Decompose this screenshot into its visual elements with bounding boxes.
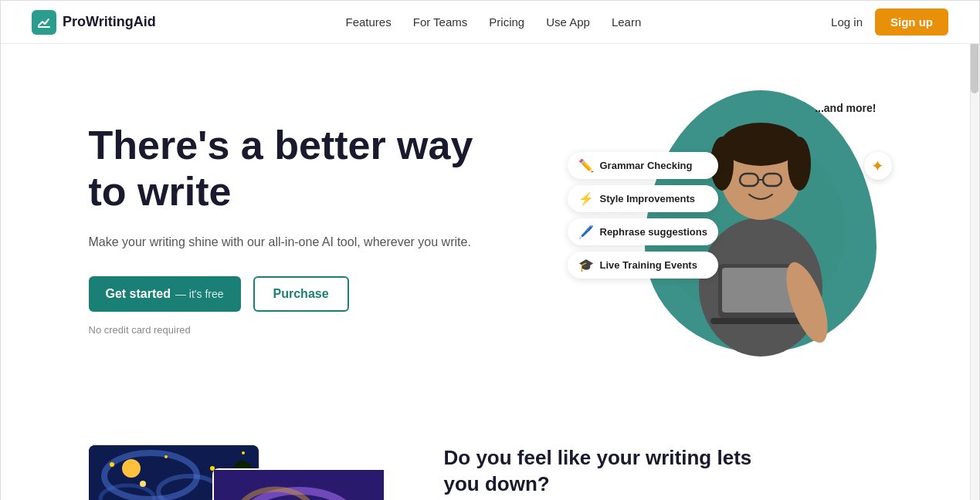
feature-card-rephrase-label: Rephrase suggestions: [600, 226, 707, 238]
navbar: ProWritingAid Features For Teams Pricing…: [1, 1, 979, 44]
svg-point-18: [164, 455, 168, 458]
hero-illustration: ✏️ Grammar Checking ⚡ Style Improvements…: [568, 90, 892, 368]
navbar-links: Features For Teams Pricing Use App Learn: [346, 15, 642, 29]
logo-icon: [32, 10, 56, 35]
purchase-button[interactable]: Purchase: [253, 276, 349, 312]
nav-learn[interactable]: Learn: [612, 15, 641, 29]
style-icon: ⚡: [578, 191, 594, 206]
nav-pricing[interactable]: Pricing: [489, 15, 524, 29]
lower-section: My idea in my head Do you feel like your…: [27, 414, 954, 500]
svg-point-21: [140, 481, 146, 487]
nav-use-app[interactable]: Use App: [546, 15, 590, 29]
plus-icon: ✦: [871, 157, 884, 175]
hero-subtitle: Make your writing shine with our all-in-…: [89, 232, 490, 252]
feature-card-style-label: Style Improvements: [600, 193, 696, 204]
svg-point-5: [788, 137, 811, 191]
logo-text: ProWritingAid: [63, 14, 156, 30]
logo-link[interactable]: ProWritingAid: [32, 10, 156, 35]
lower-title: Do you feel like your writing lets you d…: [444, 445, 753, 498]
svg-rect-0: [38, 26, 50, 28]
svg-rect-11: [710, 318, 811, 324]
hero-buttons: Get started — it's free Purchase: [89, 276, 490, 312]
feature-cards: ✏️ Grammar Checking ⚡ Style Improvements…: [568, 152, 718, 279]
feature-card-grammar-label: Grammar Checking: [600, 160, 693, 171]
get-started-label: Get started: [106, 287, 171, 301]
grammar-icon: ✏️: [578, 158, 594, 173]
rephrase-icon: 🖊️: [578, 225, 594, 239]
scrollbar-track[interactable]: [970, 1, 979, 500]
hero-section: There's a better way to write Make your …: [27, 44, 954, 414]
hero-left: There's a better way to write Make your …: [89, 123, 490, 336]
navbar-actions: Log in Sign up: [831, 8, 948, 35]
page-wrapper: ProWritingAid Features For Teams Pricing…: [0, 0, 980, 500]
feature-card-grammar: ✏️ Grammar Checking: [568, 152, 718, 179]
signup-button[interactable]: Sign up: [875, 8, 948, 35]
more-label: ...and more!: [815, 102, 876, 114]
svg-point-17: [110, 462, 114, 467]
feature-card-training: 🎓 Live Training Events: [568, 252, 718, 279]
svg-point-22: [122, 459, 141, 478]
feature-card-training-label: Live Training Events: [600, 259, 697, 271]
plus-badge: ✦: [864, 152, 892, 180]
nav-for-teams[interactable]: For Teams: [413, 15, 468, 29]
abstract-image: [212, 468, 382, 500]
hero-disclaimer: No credit card required: [89, 324, 490, 336]
svg-point-20: [242, 451, 245, 454]
training-icon: 🎓: [578, 258, 594, 272]
hero-title: There's a better way to write: [89, 123, 490, 215]
image-collage: My idea in my head: [89, 445, 382, 500]
free-label: — it's free: [175, 288, 224, 300]
nav-features[interactable]: Features: [346, 15, 392, 29]
feature-card-style: ⚡ Style Improvements: [568, 185, 718, 212]
feature-card-rephrase: 🖊️ Rephrase suggestions: [568, 218, 718, 245]
lower-text: Do you feel like your writing lets you d…: [444, 445, 753, 500]
login-button[interactable]: Log in: [831, 15, 863, 29]
get-started-button[interactable]: Get started — it's free: [89, 276, 241, 312]
